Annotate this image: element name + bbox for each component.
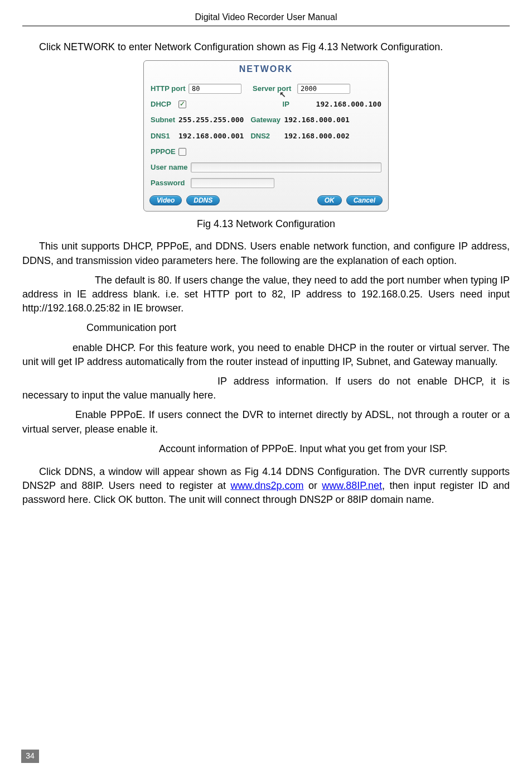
p8-text-b: or xyxy=(304,480,322,491)
gateway-value[interactable]: 192.168.000.001 xyxy=(284,115,349,125)
username-label: User name xyxy=(151,162,191,172)
pppoe-label: PPPOE xyxy=(151,147,178,157)
password-input[interactable] xyxy=(191,178,274,188)
server-port-label: Server port ↖ xyxy=(253,84,297,94)
subnet-label: Subnet xyxy=(151,115,178,125)
ok-button[interactable]: OK xyxy=(317,195,342,205)
password-label: Password xyxy=(151,178,191,188)
dhcp-label: DHCP xyxy=(151,99,178,109)
gateway-label: Gateway xyxy=(250,115,284,125)
header-separator xyxy=(22,26,510,26)
p4: enable DHCP. For this feature work, you … xyxy=(22,341,510,369)
http-port-label: HTTP port xyxy=(151,84,188,94)
http-port-input[interactable]: 80 xyxy=(188,84,241,94)
p2: The default is 80. If users change the v… xyxy=(22,273,510,316)
p6: Enable PPPoE. If users connect the DVR t… xyxy=(22,408,510,436)
dhcp-checkbox[interactable] xyxy=(178,100,186,108)
dns2-label: DNS2 xyxy=(250,131,284,141)
figure-caption: Fig 4.13 Network Configuration xyxy=(22,217,510,231)
dns2-value[interactable]: 192.168.000.002 xyxy=(284,131,349,141)
ip-label: IP xyxy=(283,99,299,109)
p7: Account information of PPPoE. Input what… xyxy=(22,442,510,456)
server-port-input[interactable]: 2000 xyxy=(297,84,350,94)
p1: This unit supports DHCP, PPPoE, and DDNS… xyxy=(22,239,510,267)
dns1-label: DNS1 xyxy=(151,131,178,141)
username-input[interactable] xyxy=(191,162,381,172)
88ip-link[interactable]: www.88IP.net xyxy=(322,480,382,491)
p5: IP address information. If users do not … xyxy=(22,375,510,402)
dns1-value[interactable]: 192.168.000.001 xyxy=(178,131,244,141)
dns2p-link[interactable]: www.dns2p.com xyxy=(230,480,303,491)
doc-header: Digital Video Recorder User Manual xyxy=(22,11,510,23)
cursor-icon: ↖ xyxy=(279,89,286,100)
dialog-title: NETWORK xyxy=(148,63,384,75)
network-dialog: NETWORK HTTP port 80 Server port ↖ 2000 … xyxy=(143,60,389,212)
intro-paragraph: Click NETWORK to enter Network Configura… xyxy=(22,40,510,54)
ip-value[interactable]: 192.168.000.100 xyxy=(316,99,381,109)
cancel-button[interactable]: Cancel xyxy=(346,195,383,205)
p8: Click DDNS, a window will appear shown a… xyxy=(22,465,510,507)
p3: Communication port xyxy=(22,321,510,335)
page-number: 34 xyxy=(21,750,39,763)
ddns-button[interactable]: DDNS xyxy=(186,195,220,205)
subnet-value[interactable]: 255.255.255.000 xyxy=(178,115,244,125)
video-button[interactable]: Video xyxy=(149,195,182,205)
pppoe-checkbox[interactable] xyxy=(178,148,186,156)
